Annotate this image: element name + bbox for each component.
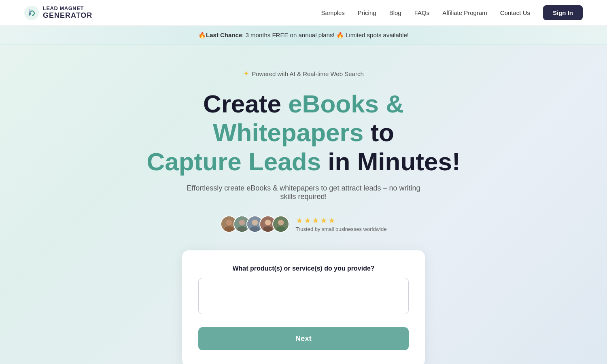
next-button[interactable]: Next [198, 327, 409, 350]
svg-point-7 [237, 226, 247, 233]
hero-title-part1: Create [203, 90, 288, 118]
svg-point-9 [252, 220, 257, 225]
svg-point-10 [250, 226, 260, 233]
nav-samples[interactable]: Samples [321, 9, 344, 16]
banner-text: : 3 months FREE on annual plans! 🔥 Limit… [242, 32, 409, 38]
product-service-input[interactable] [198, 278, 409, 314]
banner-bold: Last Chance [206, 32, 242, 38]
promo-banner: 🔥Last Chance: 3 months FREE on annual pl… [0, 26, 607, 45]
nav-contact[interactable]: Contact Us [500, 9, 530, 16]
nav-affiliate[interactable]: Affiliate Program [442, 9, 487, 16]
logo-icon [24, 6, 39, 20]
svg-point-6 [239, 220, 244, 225]
logo[interactable]: LEAD MAGNET GENERATOR [24, 6, 92, 20]
svg-point-0 [24, 6, 39, 20]
form-label: What product(s) or service(s) do you pro… [198, 265, 409, 272]
spark-icon: ✦ [243, 69, 249, 78]
svg-point-4 [224, 226, 234, 233]
hero-title: Create eBooks & Whitepapers to Capture L… [138, 89, 469, 176]
logo-lead-text: LEAD MAGNET [43, 6, 92, 11]
navbar: LEAD MAGNET GENERATOR Samples Pricing Bl… [0, 0, 607, 26]
nav-blog[interactable]: Blog [389, 9, 401, 16]
logo-generator-text: GENERATOR [43, 12, 92, 20]
svg-point-3 [226, 220, 231, 225]
logo-text: LEAD MAGNET GENERATOR [43, 6, 92, 19]
svg-point-13 [263, 226, 273, 233]
hero-title-part3: in Minutes! [321, 148, 460, 176]
trusted-text: Trusted by small businesses worldwide [296, 226, 387, 232]
avatar-group [221, 216, 289, 233]
rating-area: ★★★★★ Trusted by small businesses worldw… [296, 216, 387, 232]
svg-point-15 [278, 220, 283, 225]
svg-point-16 [276, 226, 286, 233]
svg-point-12 [265, 220, 270, 225]
hero-section: ✦ Powered with AI & Real-time Web Search… [0, 45, 607, 364]
nav-faqs[interactable]: FAQs [414, 9, 430, 16]
star-rating: ★★★★★ [296, 216, 336, 225]
banner-emoji-left: 🔥 [198, 32, 206, 38]
sign-in-button[interactable]: Sign In [543, 5, 583, 20]
hero-title-part2: to [363, 119, 394, 146]
form-card: What product(s) or service(s) do you pro… [182, 250, 425, 364]
avatar [272, 216, 289, 233]
hero-subtitle: Effortlessly create eBooks & whitepapers… [182, 184, 425, 201]
powered-badge: ✦ Powered with AI & Real-time Web Search [243, 69, 364, 78]
powered-text: Powered with AI & Real-time Web Search [252, 70, 364, 77]
nav-pricing[interactable]: Pricing [358, 9, 376, 16]
hero-title-highlight2: Capture Leads [146, 148, 321, 176]
nav-links: Samples Pricing Blog FAQs Affiliate Prog… [321, 5, 583, 20]
social-proof: ★★★★★ Trusted by small businesses worldw… [221, 216, 387, 233]
